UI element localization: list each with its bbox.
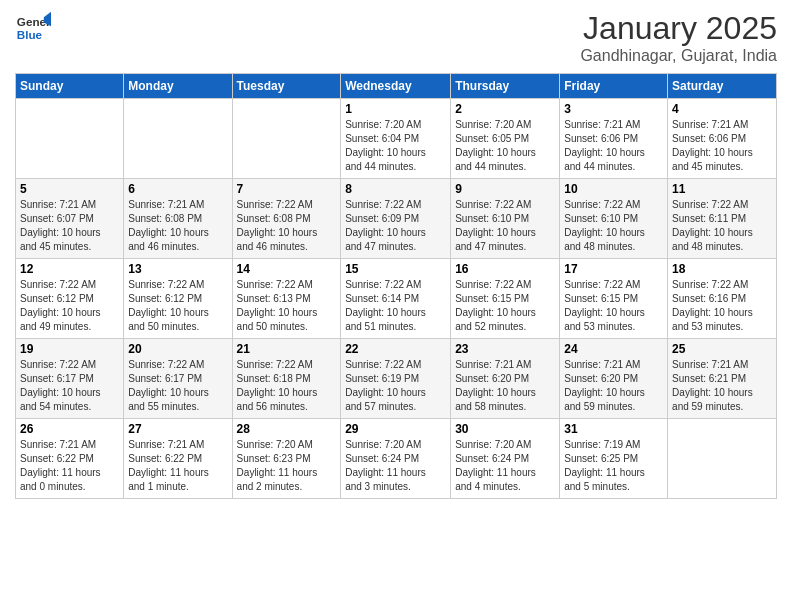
day-info: Sunrise: 7:22 AM Sunset: 6:13 PM Dayligh… bbox=[237, 278, 337, 334]
day-info: Sunrise: 7:21 AM Sunset: 6:22 PM Dayligh… bbox=[128, 438, 227, 494]
weekday-header-friday: Friday bbox=[560, 74, 668, 99]
calendar-week-row: 19Sunrise: 7:22 AM Sunset: 6:17 PM Dayli… bbox=[16, 339, 777, 419]
calendar-cell: 14Sunrise: 7:22 AM Sunset: 6:13 PM Dayli… bbox=[232, 259, 341, 339]
calendar-cell: 31Sunrise: 7:19 AM Sunset: 6:25 PM Dayli… bbox=[560, 419, 668, 499]
weekday-header-row: SundayMondayTuesdayWednesdayThursdayFrid… bbox=[16, 74, 777, 99]
day-number: 11 bbox=[672, 182, 772, 196]
calendar-cell: 30Sunrise: 7:20 AM Sunset: 6:24 PM Dayli… bbox=[451, 419, 560, 499]
day-number: 19 bbox=[20, 342, 119, 356]
calendar-cell: 13Sunrise: 7:22 AM Sunset: 6:12 PM Dayli… bbox=[124, 259, 232, 339]
day-number: 9 bbox=[455, 182, 555, 196]
svg-text:Blue: Blue bbox=[17, 28, 43, 41]
calendar-cell: 16Sunrise: 7:22 AM Sunset: 6:15 PM Dayli… bbox=[451, 259, 560, 339]
calendar-cell: 12Sunrise: 7:22 AM Sunset: 6:12 PM Dayli… bbox=[16, 259, 124, 339]
day-info: Sunrise: 7:22 AM Sunset: 6:19 PM Dayligh… bbox=[345, 358, 446, 414]
calendar-cell: 15Sunrise: 7:22 AM Sunset: 6:14 PM Dayli… bbox=[341, 259, 451, 339]
calendar-cell: 11Sunrise: 7:22 AM Sunset: 6:11 PM Dayli… bbox=[668, 179, 777, 259]
calendar-cell: 10Sunrise: 7:22 AM Sunset: 6:10 PM Dayli… bbox=[560, 179, 668, 259]
day-info: Sunrise: 7:21 AM Sunset: 6:06 PM Dayligh… bbox=[564, 118, 663, 174]
calendar-cell: 25Sunrise: 7:21 AM Sunset: 6:21 PM Dayli… bbox=[668, 339, 777, 419]
title-section: January 2025 Gandhinagar, Gujarat, India bbox=[580, 10, 777, 65]
day-info: Sunrise: 7:20 AM Sunset: 6:24 PM Dayligh… bbox=[455, 438, 555, 494]
day-number: 31 bbox=[564, 422, 663, 436]
day-info: Sunrise: 7:21 AM Sunset: 6:08 PM Dayligh… bbox=[128, 198, 227, 254]
weekday-header-sunday: Sunday bbox=[16, 74, 124, 99]
calendar-cell: 7Sunrise: 7:22 AM Sunset: 6:08 PM Daylig… bbox=[232, 179, 341, 259]
day-number: 6 bbox=[128, 182, 227, 196]
calendar-cell bbox=[232, 99, 341, 179]
day-info: Sunrise: 7:21 AM Sunset: 6:22 PM Dayligh… bbox=[20, 438, 119, 494]
day-info: Sunrise: 7:20 AM Sunset: 6:24 PM Dayligh… bbox=[345, 438, 446, 494]
day-info: Sunrise: 7:22 AM Sunset: 6:18 PM Dayligh… bbox=[237, 358, 337, 414]
calendar-week-row: 1Sunrise: 7:20 AM Sunset: 6:04 PM Daylig… bbox=[16, 99, 777, 179]
day-number: 25 bbox=[672, 342, 772, 356]
day-info: Sunrise: 7:22 AM Sunset: 6:12 PM Dayligh… bbox=[20, 278, 119, 334]
calendar-cell: 19Sunrise: 7:22 AM Sunset: 6:17 PM Dayli… bbox=[16, 339, 124, 419]
day-number: 27 bbox=[128, 422, 227, 436]
logo: General Blue bbox=[15, 10, 51, 46]
day-number: 10 bbox=[564, 182, 663, 196]
day-number: 14 bbox=[237, 262, 337, 276]
calendar-cell bbox=[124, 99, 232, 179]
calendar-cell: 24Sunrise: 7:21 AM Sunset: 6:20 PM Dayli… bbox=[560, 339, 668, 419]
calendar-cell: 9Sunrise: 7:22 AM Sunset: 6:10 PM Daylig… bbox=[451, 179, 560, 259]
weekday-header-monday: Monday bbox=[124, 74, 232, 99]
calendar-table: SundayMondayTuesdayWednesdayThursdayFrid… bbox=[15, 73, 777, 499]
calendar-cell: 20Sunrise: 7:22 AM Sunset: 6:17 PM Dayli… bbox=[124, 339, 232, 419]
day-number: 29 bbox=[345, 422, 446, 436]
calendar-cell: 26Sunrise: 7:21 AM Sunset: 6:22 PM Dayli… bbox=[16, 419, 124, 499]
page: General Blue January 2025 Gandhinagar, G… bbox=[0, 0, 792, 612]
day-number: 15 bbox=[345, 262, 446, 276]
calendar-cell: 23Sunrise: 7:21 AM Sunset: 6:20 PM Dayli… bbox=[451, 339, 560, 419]
day-info: Sunrise: 7:22 AM Sunset: 6:17 PM Dayligh… bbox=[20, 358, 119, 414]
day-info: Sunrise: 7:22 AM Sunset: 6:14 PM Dayligh… bbox=[345, 278, 446, 334]
day-number: 20 bbox=[128, 342, 227, 356]
calendar-cell: 1Sunrise: 7:20 AM Sunset: 6:04 PM Daylig… bbox=[341, 99, 451, 179]
day-number: 2 bbox=[455, 102, 555, 116]
calendar-cell: 21Sunrise: 7:22 AM Sunset: 6:18 PM Dayli… bbox=[232, 339, 341, 419]
calendar-week-row: 5Sunrise: 7:21 AM Sunset: 6:07 PM Daylig… bbox=[16, 179, 777, 259]
calendar-cell: 5Sunrise: 7:21 AM Sunset: 6:07 PM Daylig… bbox=[16, 179, 124, 259]
calendar-cell: 8Sunrise: 7:22 AM Sunset: 6:09 PM Daylig… bbox=[341, 179, 451, 259]
day-number: 23 bbox=[455, 342, 555, 356]
calendar-cell: 2Sunrise: 7:20 AM Sunset: 6:05 PM Daylig… bbox=[451, 99, 560, 179]
day-info: Sunrise: 7:22 AM Sunset: 6:12 PM Dayligh… bbox=[128, 278, 227, 334]
day-info: Sunrise: 7:22 AM Sunset: 6:10 PM Dayligh… bbox=[564, 198, 663, 254]
day-info: Sunrise: 7:22 AM Sunset: 6:08 PM Dayligh… bbox=[237, 198, 337, 254]
weekday-header-saturday: Saturday bbox=[668, 74, 777, 99]
calendar-cell: 18Sunrise: 7:22 AM Sunset: 6:16 PM Dayli… bbox=[668, 259, 777, 339]
day-info: Sunrise: 7:20 AM Sunset: 6:05 PM Dayligh… bbox=[455, 118, 555, 174]
day-number: 26 bbox=[20, 422, 119, 436]
day-info: Sunrise: 7:20 AM Sunset: 6:23 PM Dayligh… bbox=[237, 438, 337, 494]
header: General Blue January 2025 Gandhinagar, G… bbox=[15, 10, 777, 65]
calendar-week-row: 26Sunrise: 7:21 AM Sunset: 6:22 PM Dayli… bbox=[16, 419, 777, 499]
calendar-week-row: 12Sunrise: 7:22 AM Sunset: 6:12 PM Dayli… bbox=[16, 259, 777, 339]
weekday-header-tuesday: Tuesday bbox=[232, 74, 341, 99]
day-info: Sunrise: 7:22 AM Sunset: 6:15 PM Dayligh… bbox=[564, 278, 663, 334]
day-info: Sunrise: 7:22 AM Sunset: 6:09 PM Dayligh… bbox=[345, 198, 446, 254]
day-info: Sunrise: 7:21 AM Sunset: 6:20 PM Dayligh… bbox=[564, 358, 663, 414]
calendar-cell: 22Sunrise: 7:22 AM Sunset: 6:19 PM Dayli… bbox=[341, 339, 451, 419]
day-number: 16 bbox=[455, 262, 555, 276]
day-info: Sunrise: 7:21 AM Sunset: 6:07 PM Dayligh… bbox=[20, 198, 119, 254]
day-info: Sunrise: 7:22 AM Sunset: 6:17 PM Dayligh… bbox=[128, 358, 227, 414]
day-info: Sunrise: 7:21 AM Sunset: 6:21 PM Dayligh… bbox=[672, 358, 772, 414]
calendar-cell bbox=[16, 99, 124, 179]
calendar-cell: 6Sunrise: 7:21 AM Sunset: 6:08 PM Daylig… bbox=[124, 179, 232, 259]
logo-icon: General Blue bbox=[15, 10, 51, 46]
day-number: 21 bbox=[237, 342, 337, 356]
day-number: 22 bbox=[345, 342, 446, 356]
day-number: 3 bbox=[564, 102, 663, 116]
calendar-cell bbox=[668, 419, 777, 499]
location-subtitle: Gandhinagar, Gujarat, India bbox=[580, 47, 777, 65]
month-year-title: January 2025 bbox=[580, 10, 777, 47]
day-number: 13 bbox=[128, 262, 227, 276]
day-number: 4 bbox=[672, 102, 772, 116]
day-info: Sunrise: 7:22 AM Sunset: 6:15 PM Dayligh… bbox=[455, 278, 555, 334]
calendar-cell: 4Sunrise: 7:21 AM Sunset: 6:06 PM Daylig… bbox=[668, 99, 777, 179]
calendar-cell: 3Sunrise: 7:21 AM Sunset: 6:06 PM Daylig… bbox=[560, 99, 668, 179]
day-number: 28 bbox=[237, 422, 337, 436]
calendar-cell: 27Sunrise: 7:21 AM Sunset: 6:22 PM Dayli… bbox=[124, 419, 232, 499]
weekday-header-thursday: Thursday bbox=[451, 74, 560, 99]
day-info: Sunrise: 7:22 AM Sunset: 6:10 PM Dayligh… bbox=[455, 198, 555, 254]
